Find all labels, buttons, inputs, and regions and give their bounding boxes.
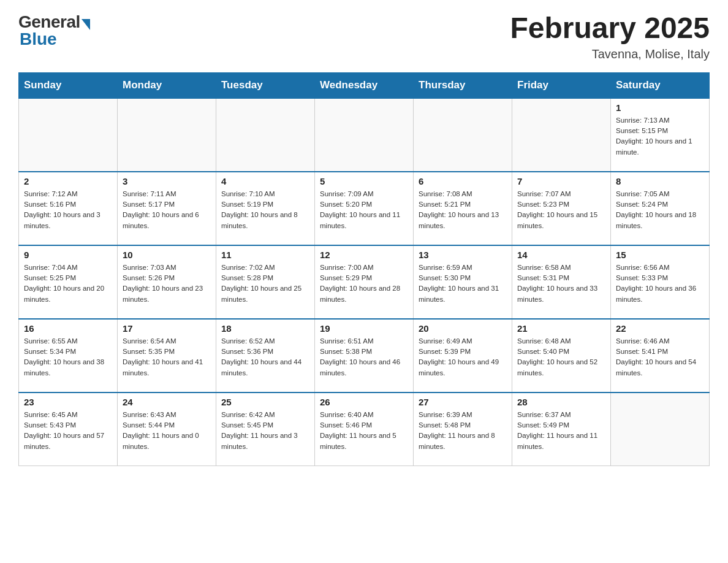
day-number: 21 — [517, 323, 605, 334]
day-number: 16 — [24, 323, 112, 334]
calendar-cell: 13Sunrise: 6:59 AMSunset: 5:30 PMDayligh… — [414, 245, 512, 319]
calendar-cell — [611, 393, 710, 466]
page-header: General Blue February 2025 Tavenna, Moli… — [18, 12, 710, 61]
calendar-cell: 18Sunrise: 6:52 AMSunset: 5:36 PMDayligh… — [216, 319, 315, 393]
calendar-cell — [19, 98, 118, 172]
calendar-cell: 17Sunrise: 6:54 AMSunset: 5:35 PMDayligh… — [118, 319, 216, 393]
day-sun-info: Sunrise: 6:56 AMSunset: 5:33 PMDaylight:… — [616, 262, 704, 305]
day-sun-info: Sunrise: 6:52 AMSunset: 5:36 PMDaylight:… — [221, 336, 309, 378]
day-sun-info: Sunrise: 6:46 AMSunset: 5:41 PMDaylight:… — [616, 336, 704, 378]
calendar-cell: 28Sunrise: 6:37 AMSunset: 5:49 PMDayligh… — [512, 393, 611, 466]
calendar-cell: 27Sunrise: 6:39 AMSunset: 5:48 PMDayligh… — [414, 393, 512, 466]
calendar-cell — [118, 98, 216, 172]
column-header-tuesday: Tuesday — [216, 72, 315, 98]
week-row-2: 2Sunrise: 7:12 AMSunset: 5:16 PMDaylight… — [19, 172, 710, 245]
week-row-5: 23Sunrise: 6:45 AMSunset: 5:43 PMDayligh… — [19, 393, 710, 466]
column-header-monday: Monday — [118, 72, 216, 98]
calendar-cell: 14Sunrise: 6:58 AMSunset: 5:31 PMDayligh… — [512, 245, 611, 319]
day-sun-info: Sunrise: 6:40 AMSunset: 5:46 PMDaylight:… — [320, 410, 408, 452]
day-sun-info: Sunrise: 6:39 AMSunset: 5:48 PMDaylight:… — [419, 410, 507, 452]
day-number: 7 — [517, 176, 605, 186]
day-number: 20 — [419, 323, 507, 334]
day-number: 26 — [320, 397, 408, 407]
calendar-cell: 21Sunrise: 6:48 AMSunset: 5:40 PMDayligh… — [512, 319, 611, 393]
calendar-cell: 25Sunrise: 6:42 AMSunset: 5:45 PMDayligh… — [216, 393, 315, 466]
column-header-saturday: Saturday — [611, 72, 710, 98]
calendar-header-row: SundayMondayTuesdayWednesdayThursdayFrid… — [19, 72, 710, 98]
calendar-cell: 16Sunrise: 6:55 AMSunset: 5:34 PMDayligh… — [19, 319, 118, 393]
week-row-1: 1Sunrise: 7:13 AMSunset: 5:15 PMDaylight… — [19, 98, 710, 172]
day-number: 23 — [24, 397, 112, 407]
column-header-thursday: Thursday — [414, 72, 512, 98]
day-number: 18 — [221, 323, 309, 334]
day-sun-info: Sunrise: 6:59 AMSunset: 5:30 PMDaylight:… — [419, 262, 507, 305]
day-sun-info: Sunrise: 7:05 AMSunset: 5:24 PMDaylight:… — [616, 189, 704, 231]
calendar-cell: 2Sunrise: 7:12 AMSunset: 5:16 PMDaylight… — [19, 172, 118, 245]
week-row-4: 16Sunrise: 6:55 AMSunset: 5:34 PMDayligh… — [19, 319, 710, 393]
day-sun-info: Sunrise: 7:03 AMSunset: 5:26 PMDaylight:… — [123, 262, 211, 305]
day-sun-info: Sunrise: 7:09 AMSunset: 5:20 PMDaylight:… — [320, 189, 408, 231]
calendar-cell: 7Sunrise: 7:07 AMSunset: 5:23 PMDaylight… — [512, 172, 611, 245]
day-number: 8 — [616, 176, 704, 186]
day-number: 12 — [320, 250, 408, 260]
day-number: 3 — [123, 176, 211, 186]
day-number: 27 — [419, 397, 507, 407]
day-sun-info: Sunrise: 6:58 AMSunset: 5:31 PMDaylight:… — [517, 262, 605, 305]
day-sun-info: Sunrise: 7:02 AMSunset: 5:28 PMDaylight:… — [221, 262, 309, 305]
day-number: 17 — [123, 323, 211, 334]
day-sun-info: Sunrise: 6:45 AMSunset: 5:43 PMDaylight:… — [24, 410, 112, 452]
logo-blue-text: Blue — [18, 29, 57, 49]
calendar-cell: 22Sunrise: 6:46 AMSunset: 5:41 PMDayligh… — [611, 319, 710, 393]
day-number: 25 — [221, 397, 309, 407]
calendar-cell: 4Sunrise: 7:10 AMSunset: 5:19 PMDaylight… — [216, 172, 315, 245]
calendar-cell: 3Sunrise: 7:11 AMSunset: 5:17 PMDaylight… — [118, 172, 216, 245]
day-number: 9 — [24, 250, 112, 260]
day-sun-info: Sunrise: 6:48 AMSunset: 5:40 PMDaylight:… — [517, 336, 605, 378]
day-sun-info: Sunrise: 6:42 AMSunset: 5:45 PMDaylight:… — [221, 410, 309, 452]
day-sun-info: Sunrise: 6:37 AMSunset: 5:49 PMDaylight:… — [517, 410, 605, 452]
calendar-cell: 26Sunrise: 6:40 AMSunset: 5:46 PMDayligh… — [315, 393, 414, 466]
calendar-cell: 10Sunrise: 7:03 AMSunset: 5:26 PMDayligh… — [118, 245, 216, 319]
day-number: 28 — [517, 397, 605, 407]
week-row-3: 9Sunrise: 7:04 AMSunset: 5:25 PMDaylight… — [19, 245, 710, 319]
day-sun-info: Sunrise: 7:00 AMSunset: 5:29 PMDaylight:… — [320, 262, 408, 305]
calendar-cell: 6Sunrise: 7:08 AMSunset: 5:21 PMDaylight… — [414, 172, 512, 245]
day-sun-info: Sunrise: 6:43 AMSunset: 5:44 PMDaylight:… — [123, 410, 211, 452]
column-header-sunday: Sunday — [19, 72, 118, 98]
day-sun-info: Sunrise: 6:54 AMSunset: 5:35 PMDaylight:… — [123, 336, 211, 378]
column-header-friday: Friday — [512, 72, 611, 98]
calendar-cell: 20Sunrise: 6:49 AMSunset: 5:39 PMDayligh… — [414, 319, 512, 393]
day-number: 2 — [24, 176, 112, 186]
day-sun-info: Sunrise: 7:04 AMSunset: 5:25 PMDaylight:… — [24, 262, 112, 305]
calendar-cell: 12Sunrise: 7:00 AMSunset: 5:29 PMDayligh… — [315, 245, 414, 319]
day-number: 19 — [320, 323, 408, 334]
calendar-cell — [414, 98, 512, 172]
day-sun-info: Sunrise: 6:51 AMSunset: 5:38 PMDaylight:… — [320, 336, 408, 378]
day-number: 6 — [419, 176, 507, 186]
day-sun-info: Sunrise: 7:08 AMSunset: 5:21 PMDaylight:… — [419, 189, 507, 231]
day-sun-info: Sunrise: 7:12 AMSunset: 5:16 PMDaylight:… — [24, 189, 112, 231]
day-sun-info: Sunrise: 7:07 AMSunset: 5:23 PMDaylight:… — [517, 189, 605, 231]
day-sun-info: Sunrise: 7:10 AMSunset: 5:19 PMDaylight:… — [221, 189, 309, 231]
calendar-cell: 15Sunrise: 6:56 AMSunset: 5:33 PMDayligh… — [611, 245, 710, 319]
day-sun-info: Sunrise: 7:13 AMSunset: 5:15 PMDaylight:… — [616, 115, 704, 158]
month-title: February 2025 — [510, 12, 710, 45]
logo-arrow-icon — [82, 19, 90, 30]
calendar-table: SundayMondayTuesdayWednesdayThursdayFrid… — [18, 72, 710, 467]
day-number: 5 — [320, 176, 408, 186]
calendar-cell — [512, 98, 611, 172]
calendar-cell: 8Sunrise: 7:05 AMSunset: 5:24 PMDaylight… — [611, 172, 710, 245]
logo: General Blue — [18, 12, 90, 49]
day-number: 24 — [123, 397, 211, 407]
calendar-cell: 23Sunrise: 6:45 AMSunset: 5:43 PMDayligh… — [19, 393, 118, 466]
day-sun-info: Sunrise: 6:49 AMSunset: 5:39 PMDaylight:… — [419, 336, 507, 378]
day-number: 4 — [221, 176, 309, 186]
day-number: 13 — [419, 250, 507, 260]
column-header-wednesday: Wednesday — [315, 72, 414, 98]
day-number: 14 — [517, 250, 605, 260]
calendar-cell: 9Sunrise: 7:04 AMSunset: 5:25 PMDaylight… — [19, 245, 118, 319]
calendar-cell: 24Sunrise: 6:43 AMSunset: 5:44 PMDayligh… — [118, 393, 216, 466]
calendar-cell — [315, 98, 414, 172]
day-number: 10 — [123, 250, 211, 260]
calendar-cell — [216, 98, 315, 172]
